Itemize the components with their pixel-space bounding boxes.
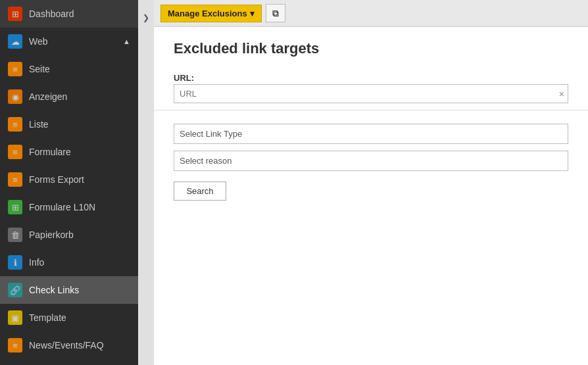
sidebar-item-news-events-faq[interactable]: ≡ News/Events/FAQ xyxy=(0,331,138,359)
dropdown-arrow-icon: ▾ xyxy=(250,9,255,18)
check-links-icon: 🔗 xyxy=(8,283,22,297)
search-button[interactable]: Search xyxy=(174,182,226,201)
papierkorb-icon: 🗑 xyxy=(8,228,22,242)
sidebar-item-label-template: Template xyxy=(29,312,66,323)
news-events-faq-icon: ≡ xyxy=(8,338,22,353)
sidebar-item-anzeigen[interactable]: ◉ Anzeigen xyxy=(0,83,138,110)
manage-exclusions-label: Manage Exclusions xyxy=(168,9,247,18)
page-title: Excluded link targets xyxy=(174,40,568,57)
dashboard-icon: ⊞ xyxy=(8,7,22,21)
sidebar-item-label-formulare-l10n: Formulare L10N xyxy=(29,202,95,212)
formulare-icon: ≡ xyxy=(8,145,22,159)
sidebar-item-label-check-links: Check Links xyxy=(29,285,79,295)
sidebar-item-label-dashboard: Dashboard xyxy=(29,9,74,19)
sidebar-item-label-formulare: Formulare xyxy=(29,147,71,157)
manage-exclusions-button[interactable]: Manage Exclusions ▾ xyxy=(160,5,262,22)
copy-icon-button[interactable]: ⧉ xyxy=(266,4,285,22)
main-content: Manage Exclusions ▾ ⧉ Excluded link targ… xyxy=(154,0,588,365)
sidebar-item-check-links[interactable]: 🔗 Check Links xyxy=(0,276,138,304)
link-type-select[interactable]: Select Link Type xyxy=(174,124,568,144)
formulare-l10n-icon: ⊞ xyxy=(8,200,22,214)
sidebar-item-label-info: Info xyxy=(29,257,44,268)
url-input-wrapper: × xyxy=(174,84,568,103)
toolbar: Manage Exclusions ▾ ⧉ xyxy=(154,0,588,27)
filter-form: URL: × Select Link Type Select reason Se… xyxy=(174,73,568,201)
sidebar-item-label-news-events-faq: News/Events/FAQ xyxy=(29,340,104,351)
sidebar-item-liste[interactable]: ≡ Liste xyxy=(0,110,138,138)
sidebar-item-papierkorb[interactable]: 🗑 Papierkorb xyxy=(0,221,138,249)
info-icon: ℹ xyxy=(8,255,22,270)
url-input[interactable] xyxy=(174,84,568,103)
chevron-up-icon: ▲ xyxy=(123,37,130,45)
liste-icon: ≡ xyxy=(8,117,22,132)
sidebar-item-formulare-l10n[interactable]: ⊞ Formulare L10N xyxy=(0,193,138,221)
sidebar-item-label-anzeigen: Anzeigen xyxy=(29,91,67,102)
copy-icon: ⧉ xyxy=(272,8,279,19)
url-label: URL: xyxy=(174,73,568,83)
clear-url-button[interactable]: × xyxy=(559,89,564,99)
sidebar-item-web[interactable]: ☁ Web ▲ xyxy=(0,28,138,55)
anzeigen-icon: ◉ xyxy=(8,89,22,104)
sidebar-item-seite[interactable]: ≡ Seite xyxy=(0,55,138,83)
sidebar-item-label-papierkorb: Papierkorb xyxy=(29,230,74,240)
divider xyxy=(154,110,588,110)
sidebar-item-label-forms-export: Forms Export xyxy=(29,174,84,185)
forms-export-icon: ≡ xyxy=(8,172,22,187)
sidebar-item-dashboard[interactable]: ⊞ Dashboard xyxy=(0,0,138,28)
page-area: Excluded link targets URL: × Select Link… xyxy=(154,27,588,365)
sidebar-item-label-seite: Seite xyxy=(29,64,50,74)
search-button-label: Search xyxy=(186,186,213,196)
sidebar-item-label-web: Web xyxy=(29,36,48,47)
web-icon: ☁ xyxy=(8,34,22,49)
sidebar-item-forms-export[interactable]: ≡ Forms Export xyxy=(0,166,138,193)
sidebar-item-template[interactable]: ▣ Template xyxy=(0,304,138,331)
template-icon: ▣ xyxy=(8,310,22,325)
sidebar: ⊞ Dashboard ☁ Web ▲ ≡ Seite ◉ Anzeigen ≡… xyxy=(0,0,138,365)
chevron-right-icon: ❯ xyxy=(143,13,149,22)
sidebar-item-formulare[interactable]: ≡ Formulare xyxy=(0,138,138,166)
sidebar-toggle[interactable]: ❯ xyxy=(138,0,154,365)
seite-icon: ≡ xyxy=(8,62,22,76)
sidebar-item-label-liste: Liste xyxy=(29,119,49,130)
reason-select[interactable]: Select reason xyxy=(174,151,568,171)
sidebar-item-info[interactable]: ℹ Info xyxy=(0,249,138,276)
